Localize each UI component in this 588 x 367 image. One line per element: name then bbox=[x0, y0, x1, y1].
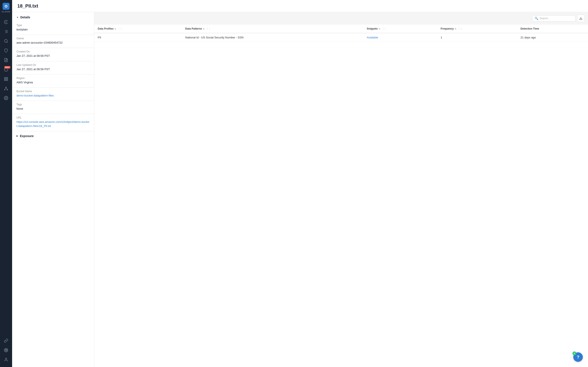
data-table: Data Profiles ⇅ ⋮⋮ Data Patterns ⇅ ⋮⋮ bbox=[94, 25, 588, 367]
main-content: 18_PII.txt ▼ Details Type text/plain Own… bbox=[12, 0, 588, 367]
sidebar-item-shield[interactable] bbox=[0, 46, 12, 55]
sidebar-item-topology[interactable] bbox=[0, 84, 12, 93]
detail-region-label: Region bbox=[17, 77, 90, 80]
detail-url-label: URL bbox=[17, 116, 90, 119]
detail-owner-value: aws-admin-accounts+154600454722 bbox=[17, 41, 90, 45]
svg-point-19 bbox=[5, 89, 5, 90]
sort-icon-frequency: ⇅ bbox=[455, 28, 456, 30]
help-icon: ? bbox=[577, 355, 579, 360]
sidebar-item-profile[interactable] bbox=[0, 355, 12, 364]
page-header: 18_PII.txt bbox=[12, 0, 588, 12]
cell-detection-time: 21 days ago bbox=[517, 33, 588, 42]
exposure-toggle[interactable]: ▶ Exposure bbox=[12, 131, 94, 141]
details-panel: ▼ Details Type text/plain Owner aws-admi… bbox=[12, 12, 94, 367]
col-label-detection-time: Detection Time bbox=[520, 27, 539, 30]
svg-point-23 bbox=[6, 98, 7, 99]
detail-updated-value: Jan 27, 2021 at 08:58 PST bbox=[17, 67, 90, 71]
detail-url-value[interactable]: https://s3.console.aws.amazon.com/s3/obj… bbox=[17, 120, 90, 128]
search-icon: 🔍 bbox=[535, 17, 538, 20]
col-label-snippets: Snippets bbox=[367, 27, 378, 30]
detail-updated-label: Last Updated On bbox=[17, 63, 90, 67]
resize-icon-data-patterns[interactable]: ⋮⋮ bbox=[206, 28, 211, 30]
table-row: PII National Id - US Social Security Num… bbox=[94, 33, 588, 42]
cell-snippets[interactable]: Available bbox=[363, 33, 437, 42]
svg-line-8 bbox=[7, 42, 8, 43]
detail-tags-value: None bbox=[17, 107, 90, 111]
resize-icon-frequency[interactable]: ⋮⋮ bbox=[458, 28, 462, 30]
search-input[interactable] bbox=[540, 17, 573, 20]
sidebar: CLOUD bbox=[0, 0, 12, 367]
detail-bucket-name: Bucket Name demo-bucket-datapattern-file… bbox=[12, 88, 94, 101]
sidebar-item-alerts[interactable]: 9999+ bbox=[0, 65, 12, 74]
sidebar-item-search[interactable] bbox=[0, 36, 12, 46]
sidebar-item-integrations[interactable] bbox=[0, 336, 12, 345]
cell-data-profile: PII bbox=[94, 33, 182, 42]
app-logo: CLOUD bbox=[0, 0, 12, 16]
detail-type: Type text/plain bbox=[12, 22, 94, 35]
resize-icon-data-profiles[interactable]: ⋮⋮ bbox=[118, 28, 122, 30]
exposure-label: Exposure bbox=[20, 134, 34, 138]
col-label-frequency: Frequency bbox=[441, 27, 454, 30]
sidebar-item-library[interactable] bbox=[0, 74, 12, 84]
content-area: ▼ Details Type text/plain Owner aws-admi… bbox=[12, 12, 588, 367]
search-box[interactable]: 🔍 bbox=[532, 15, 575, 21]
detail-owner: Owner aws-admin-accounts+154600454722 bbox=[12, 35, 94, 48]
svg-rect-17 bbox=[5, 79, 6, 81]
page-title: 18_PII.txt bbox=[17, 3, 38, 9]
svg-point-0 bbox=[6, 22, 6, 22]
detail-tags-label: Tags bbox=[17, 103, 90, 106]
table-header-row: Data Profiles ⇅ ⋮⋮ Data Patterns ⇅ ⋮⋮ bbox=[94, 25, 588, 33]
detail-tags: Tags None bbox=[12, 101, 94, 114]
download-button[interactable] bbox=[577, 15, 585, 22]
cell-frequency: 1 bbox=[437, 33, 517, 42]
help-badge: 6 bbox=[572, 351, 576, 355]
svg-point-25 bbox=[5, 358, 7, 360]
detail-url: URL https://s3.console.aws.amazon.com/s3… bbox=[12, 114, 94, 131]
resize-icon-snippets[interactable]: ⋮⋮ bbox=[382, 28, 386, 30]
svg-point-18 bbox=[6, 87, 6, 88]
sort-icon-data-profiles: ⇅ bbox=[114, 28, 116, 30]
detail-bucket-label: Bucket Name bbox=[17, 90, 90, 93]
sidebar-nav: 9999+ bbox=[0, 16, 12, 336]
svg-rect-16 bbox=[7, 79, 8, 81]
col-header-detection-time[interactable]: Detection Time bbox=[517, 25, 588, 33]
col-header-data-profiles[interactable]: Data Profiles ⇅ ⋮⋮ bbox=[94, 25, 182, 33]
detail-bucket-value[interactable]: demo-bucket-datapattern-files bbox=[17, 94, 90, 98]
detail-type-label: Type bbox=[17, 24, 90, 27]
alerts-badge: 9999+ bbox=[4, 66, 10, 69]
logo-icon bbox=[3, 3, 9, 10]
sidebar-item-monitoring[interactable] bbox=[0, 345, 12, 355]
chevron-right-icon: ▶ bbox=[17, 135, 18, 137]
detail-owner-label: Owner bbox=[17, 37, 90, 40]
sidebar-item-reports[interactable] bbox=[0, 55, 12, 65]
table-toolbar: 🔍 bbox=[94, 12, 588, 25]
detail-last-updated: Last Updated On Jan 27, 2021 at 08:58 PS… bbox=[12, 61, 94, 75]
detail-type-value: text/plain bbox=[17, 28, 90, 32]
sidebar-item-settings[interactable] bbox=[0, 93, 12, 103]
svg-point-20 bbox=[7, 89, 8, 90]
col-header-snippets[interactable]: Snippets ⇅ ⋮⋮ bbox=[363, 25, 437, 33]
col-label-data-profiles: Data Profiles bbox=[98, 27, 113, 30]
svg-point-7 bbox=[5, 40, 7, 42]
cell-data-pattern: National Id - US Social Security Number … bbox=[182, 33, 363, 42]
details-toggle[interactable]: ▼ Details bbox=[12, 12, 94, 22]
detail-region: Region AWS Virginia bbox=[12, 75, 94, 88]
sort-icon-data-patterns: ⇅ bbox=[203, 28, 205, 30]
sort-icon-snippets: ⇅ bbox=[379, 28, 380, 30]
col-header-frequency[interactable]: Frequency ⇅ ⋮⋮ bbox=[437, 25, 517, 33]
sidebar-item-dashboard[interactable] bbox=[0, 17, 12, 27]
sidebar-bottom bbox=[0, 336, 12, 367]
col-header-data-patterns[interactable]: Data Patterns ⇅ ⋮⋮ bbox=[182, 25, 363, 33]
detail-region-value: AWS Virginia bbox=[17, 81, 90, 84]
svg-rect-15 bbox=[7, 77, 8, 79]
detail-created-on: Created On Jan 27, 2021 at 08:58 PST bbox=[12, 48, 94, 61]
svg-line-22 bbox=[6, 88, 7, 89]
logo-text: CLOUD bbox=[2, 11, 10, 13]
table-panel: 🔍 bbox=[94, 12, 588, 367]
chevron-down-icon: ▼ bbox=[17, 16, 19, 18]
details-section-label: Details bbox=[20, 16, 30, 19]
col-label-data-patterns: Data Patterns bbox=[185, 27, 202, 30]
help-button[interactable]: 6 ? bbox=[573, 352, 583, 362]
svg-line-21 bbox=[5, 88, 6, 89]
sidebar-item-list[interactable] bbox=[0, 27, 12, 36]
